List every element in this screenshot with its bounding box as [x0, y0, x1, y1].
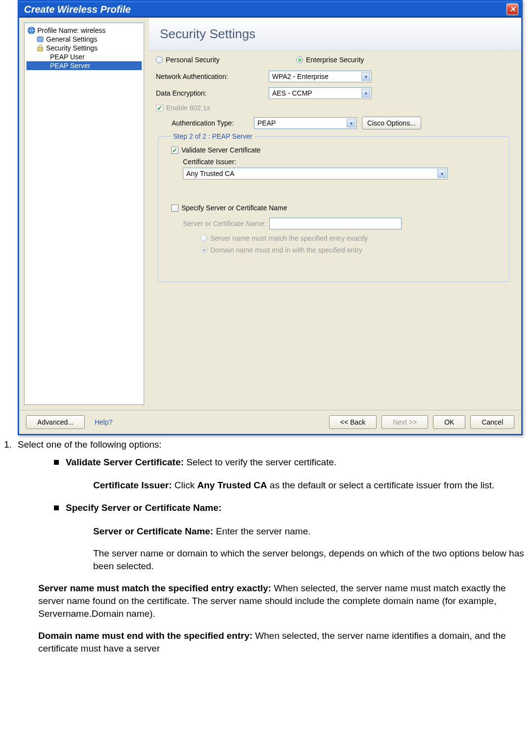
enable-8021x-checkbox: [156, 104, 163, 112]
radio-label: Server name must match the specified ent…: [210, 234, 368, 242]
cancel-button[interactable]: Cancel: [470, 415, 514, 429]
next-button: Next >>: [381, 415, 428, 429]
server-name-label: Server or Certificate Name:: [183, 220, 266, 227]
list-lead: Select one of the following options:: [18, 438, 162, 451]
tree-label: Profile Name: wireless: [37, 26, 105, 34]
select-value: WPA2 - Enterprise: [272, 73, 329, 80]
tree-item-peap-user[interactable]: PEAP User: [26, 52, 142, 61]
enable-8021x-label: Enable 802.1x: [166, 104, 210, 112]
sub-text: Certificate Issuer: Click Any Trusted CA…: [93, 479, 532, 492]
bullet-text: Specify Server or Certificate Name:: [66, 502, 222, 514]
select-value: Any Trusted CA: [186, 170, 234, 177]
ok-button[interactable]: OK: [433, 415, 465, 429]
radio-label: Domain name must end in with the specifi…: [210, 246, 362, 254]
window-title: Create Wireless Profile: [24, 4, 131, 15]
validate-cert-label: Validate Server Certificate: [181, 146, 261, 154]
svg-rect-2: [38, 48, 43, 51]
specify-server-name-label: Specify Server or Certificate Name: [181, 204, 287, 212]
bullet-text: Validate Server Certificate: Select to v…: [66, 456, 336, 469]
tree-item-security[interactable]: Security Settings: [26, 44, 142, 52]
chevron-down-icon: ▾: [361, 72, 370, 81]
settings-icon: [36, 35, 44, 43]
list-number: 1.: [0, 438, 18, 451]
radio-personal-security[interactable]: [156, 56, 163, 63]
server-name-input[interactable]: [269, 218, 402, 229]
select-value: PEAP: [257, 119, 276, 127]
step-groupbox: Step 2 of 2 : PEAP Server Validate Serve…: [158, 132, 509, 282]
auth-type-select[interactable]: PEAP ▾: [254, 117, 357, 129]
back-button[interactable]: << Back: [329, 415, 377, 429]
page-title: Security Settings: [149, 18, 521, 51]
network-auth-select[interactable]: WPA2 - Enterprise ▾: [269, 71, 372, 82]
tree-label: Security Settings: [46, 44, 98, 52]
main-panel: Security Settings Personal Security Ente…: [149, 18, 521, 410]
network-auth-label: Network Authentication:: [156, 73, 269, 80]
radio-label: Enterprise Security: [306, 56, 364, 64]
tree-item-general[interactable]: General Settings: [26, 35, 142, 44]
titlebar[interactable]: Create Wireless Profile ✕: [19, 1, 521, 18]
radio-match-exactly: [201, 235, 207, 242]
globe-icon: [27, 26, 35, 34]
bullet-icon: [54, 460, 59, 465]
step-legend: Step 2 of 2 : PEAP Server: [171, 132, 254, 140]
data-encryption-select[interactable]: AES - CCMP ▾: [269, 87, 372, 99]
sidebar: Profile Name: wireless General Settings …: [19, 18, 149, 410]
dialog-window: Create Wireless Profile ✕ Profile Name: …: [18, 0, 523, 435]
chevron-down-icon: ▾: [347, 119, 355, 127]
tree-label: General Settings: [46, 35, 97, 43]
tree-label: PEAP User: [50, 53, 85, 61]
chevron-down-icon: ▾: [361, 89, 370, 98]
advanced-button[interactable]: Advanced...: [26, 415, 85, 429]
select-value: AES - CCMP: [272, 89, 312, 97]
dialog-footer: Advanced... Help? << Back Next >> OK Can…: [19, 410, 521, 434]
cert-issuer-label: Certificate Issuer:: [171, 158, 502, 166]
validate-cert-checkbox[interactable]: [171, 147, 178, 154]
instructions-text: 1. Select one of the following options: …: [0, 438, 532, 655]
lock-icon: [36, 44, 44, 52]
para-text: Server name must match the specified ent…: [38, 582, 532, 620]
data-encryption-label: Data Encryption:: [156, 89, 269, 97]
svg-rect-1: [37, 37, 43, 42]
bullet-icon: [54, 505, 59, 510]
help-link[interactable]: Help?: [95, 418, 113, 426]
tree-label: PEAP Server: [50, 62, 90, 70]
radio-domain-ends: [201, 247, 207, 253]
cert-issuer-select[interactable]: Any Trusted CA ▾: [183, 168, 448, 179]
radio-label: Personal Security: [166, 56, 220, 64]
auth-type-label: Authentication Type:: [156, 119, 254, 127]
close-icon: ✕: [509, 5, 516, 14]
specify-server-name-checkbox[interactable]: [171, 204, 178, 212]
nav-tree: Profile Name: wireless General Settings …: [24, 23, 144, 405]
radio-enterprise-security[interactable]: [296, 56, 303, 63]
tree-item-profile[interactable]: Profile Name: wireless: [26, 26, 142, 35]
cisco-options-button[interactable]: Cisco Options...: [362, 117, 421, 129]
chevron-down-icon: ▾: [437, 169, 446, 178]
close-button[interactable]: ✕: [507, 3, 518, 15]
tree-item-peap-server[interactable]: PEAP Server: [26, 61, 142, 70]
sub-text: Server or Certificate Name: Enter the se…: [93, 525, 532, 538]
para-text: Domain name must end with the specified …: [38, 630, 532, 655]
sub-text: The server name or domain to which the s…: [93, 547, 532, 572]
